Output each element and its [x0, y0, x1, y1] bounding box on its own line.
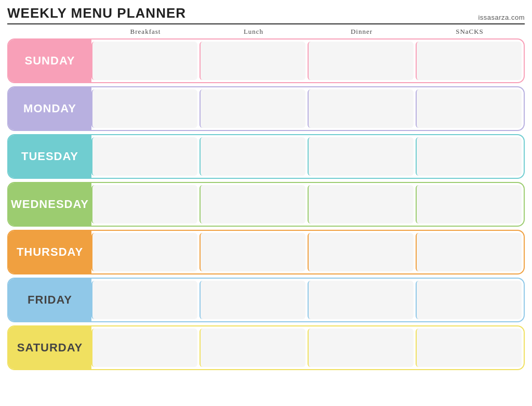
saturday-snacks[interactable]	[416, 329, 522, 367]
saturday-lunch[interactable]	[200, 329, 305, 367]
row-thursday: thursdaY	[7, 230, 525, 274]
day-label-thursday: thursdaY	[8, 231, 91, 273]
row-friday: Friday	[7, 278, 525, 322]
friday-breakfast[interactable]	[91, 281, 197, 319]
planner-grid: Sunday Monday Tuesday	[7, 38, 525, 370]
saturday-dinner[interactable]	[308, 329, 414, 367]
row-saturday: Saturday	[7, 325, 525, 370]
column-headers: Breakfast Lunch Dinner SNaCKS	[7, 28, 525, 36]
row-sunday: Sunday	[7, 38, 525, 83]
row-tuesday: Tuesday	[7, 134, 525, 179]
monday-lunch[interactable]	[200, 89, 305, 128]
site-url: issasarza.com	[478, 14, 525, 21]
day-label-friday: Friday	[8, 279, 91, 321]
day-label-monday: Monday	[8, 87, 91, 130]
header: Weekly Menu Planner issasarza.com	[7, 5, 525, 24]
sunday-lunch[interactable]	[200, 42, 305, 80]
col-header-breakfast: Breakfast	[91, 28, 200, 36]
day-label-wednesday: Wednesday	[8, 183, 91, 226]
row-wednesday: Wednesday	[7, 182, 525, 227]
day-label-sunday: Sunday	[8, 40, 91, 82]
sunday-snacks[interactable]	[416, 42, 522, 80]
thursday-breakfast[interactable]	[91, 233, 197, 271]
wednesday-dinner[interactable]	[308, 185, 414, 224]
tuesday-breakfast[interactable]	[91, 137, 197, 176]
monday-breakfast[interactable]	[91, 89, 197, 128]
friday-snacks[interactable]	[416, 281, 522, 319]
page-title: Weekly Menu Planner	[7, 5, 186, 21]
col-header-lunch: Lunch	[200, 28, 308, 36]
saturday-breakfast[interactable]	[91, 329, 197, 367]
col-header-dinner: Dinner	[308, 28, 416, 36]
wednesday-breakfast[interactable]	[91, 185, 197, 224]
wednesday-lunch[interactable]	[200, 185, 305, 224]
thursday-dinner[interactable]	[308, 233, 414, 271]
friday-lunch[interactable]	[200, 281, 305, 319]
tuesday-dinner[interactable]	[308, 137, 414, 176]
thursday-lunch[interactable]	[200, 233, 305, 271]
friday-dinner[interactable]	[308, 281, 414, 319]
sunday-dinner[interactable]	[308, 42, 414, 80]
sunday-breakfast[interactable]	[91, 42, 197, 80]
thursday-snacks[interactable]	[416, 233, 522, 271]
tuesday-lunch[interactable]	[200, 137, 305, 176]
monday-snacks[interactable]	[416, 89, 522, 128]
page-container: Weekly Menu Planner issasarza.com Breakf…	[7, 5, 525, 370]
tuesday-snacks[interactable]	[416, 137, 522, 176]
day-label-saturday: Saturday	[8, 326, 91, 369]
row-monday: Monday	[7, 86, 525, 131]
monday-dinner[interactable]	[308, 89, 414, 128]
col-header-snacks: SNaCKS	[416, 28, 524, 36]
wednesday-snacks[interactable]	[416, 185, 522, 224]
day-label-tuesday: Tuesday	[8, 135, 91, 178]
